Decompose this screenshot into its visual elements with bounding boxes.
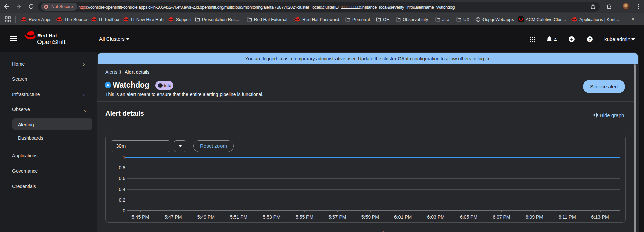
svg-text:?: ? (589, 37, 591, 41)
